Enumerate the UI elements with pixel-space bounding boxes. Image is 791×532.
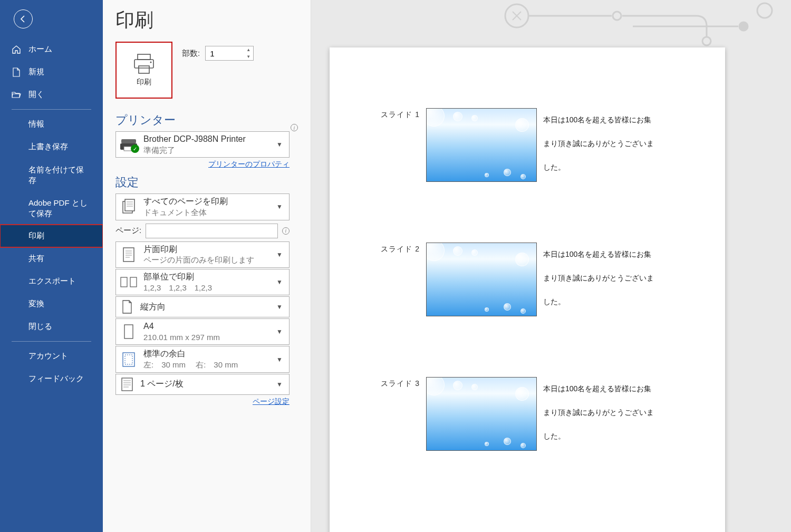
slide-thumbnail [426, 108, 537, 182]
nav-label: エクスポート [28, 276, 76, 286]
collate-icon [119, 273, 138, 292]
sides-dropdown[interactable]: 片面印刷 ページの片面のみを印刷します ▼ [115, 241, 290, 268]
chevron-down-icon: ▼ [276, 303, 286, 311]
nav-info[interactable]: 情報 [0, 113, 103, 136]
option-subtitle: 1,2,3 1,2,3 1,2,3 [143, 283, 271, 293]
nav-export[interactable]: エクスポート [0, 270, 103, 293]
svg-rect-4 [121, 139, 136, 143]
printer-properties-link[interactable]: プリンターのプロパティ [208, 160, 290, 168]
nav-close[interactable]: 閉じる [0, 315, 103, 338]
option-subtitle: ドキュメント全体 [143, 207, 271, 218]
margins-icon [119, 350, 138, 369]
info-icon[interactable]: i [282, 227, 290, 235]
nav-convert[interactable]: 変換 [0, 293, 103, 315]
svg-point-19 [739, 22, 748, 31]
slide-text: 本日は100名を超える皆様にお集まり頂き誠にありがとうございました。 [537, 377, 658, 448]
one-sided-icon [119, 245, 138, 264]
option-title: 1 ページ/枚 [140, 379, 271, 390]
backstage-sidebar: ホーム 新規 開く 情報 上書き保存 名前を付けて保存 Adobe PDF とし… [0, 0, 103, 532]
copies-down[interactable]: ▼ [244, 53, 253, 60]
slide-thumbnail [426, 377, 537, 451]
back-arrow-icon [18, 14, 28, 24]
nav-divider [12, 341, 91, 342]
print-settings-pane: 印刷 印刷 部数: ▲ ▼ プリンター i ✓ [103, 0, 311, 532]
preview-paper: スライド 1 本日は100名を超える皆様にお集まり頂き誠にありがとうございました… [330, 47, 725, 532]
slide-row: スライド 1 本日は100名を超える皆様にお集まり頂き誠にありがとうございました… [380, 108, 725, 182]
nav-new[interactable]: 新規 [0, 61, 103, 83]
nav-label: 変換 [28, 299, 44, 309]
chevron-down-icon: ▼ [276, 251, 286, 258]
slide-row: スライド 2 本日は100名を超える皆様にお集まり頂き誠にありがとうございました… [380, 243, 725, 316]
pages-icon [119, 197, 138, 216]
slide-text: 本日は100名を超える皆様にお集まり頂き誠にありがとうございました。 [537, 243, 658, 313]
nav-label: 上書き保存 [28, 142, 68, 152]
svg-rect-2 [139, 66, 149, 73]
nav-account[interactable]: アカウント [0, 345, 103, 367]
nav-saveas[interactable]: 名前を付けて保存 [0, 158, 103, 191]
chevron-down-icon: ▼ [276, 203, 286, 210]
svg-point-3 [150, 62, 152, 63]
chevron-down-icon: ▼ [276, 141, 286, 148]
nav-print[interactable]: 印刷 [0, 225, 103, 247]
nav-home[interactable]: ホーム [0, 38, 103, 61]
svg-point-17 [613, 12, 621, 20]
slide-row: スライド 3 本日は100名を超える皆様にお集まり頂き誠にありがとうございました… [380, 377, 725, 451]
nav-label: フィードバック [28, 374, 84, 384]
slide-label: スライド 1 [380, 108, 426, 120]
copies-field[interactable] [206, 46, 242, 60]
option-title: 片面印刷 [143, 244, 271, 255]
nav-save[interactable]: 上書き保存 [0, 136, 103, 158]
slide-label: スライド 3 [380, 377, 426, 389]
margins-dropdown[interactable]: 標準の余白 左: 30 mm 右: 30 mm ▼ [115, 346, 290, 372]
slide-thumbnail [426, 243, 537, 316]
page-setup-link[interactable]: ページ設定 [253, 397, 290, 405]
printer-name: Brother DCP-J988N Printer [143, 134, 271, 145]
nav-label: 共有 [28, 254, 44, 264]
paper-size-dropdown[interactable]: A4 210.01 mm x 297 mm ▼ [115, 318, 290, 345]
option-title: 標準の余白 [143, 349, 271, 360]
svg-rect-12 [124, 325, 133, 338]
printer-status: 準備完了 [143, 145, 271, 156]
printer-dropdown[interactable]: ✓ Brother DCP-J988N Printer 準備完了 ▼ [115, 131, 290, 158]
option-title: A4 [143, 321, 271, 332]
printer-device-icon: ✓ [119, 137, 138, 152]
nav-label: Adobe PDF として保存 [28, 198, 91, 218]
svg-rect-8 [125, 199, 134, 211]
pages-per-sheet-dropdown[interactable]: 1 ページ/枚 ▼ [115, 374, 290, 395]
option-subtitle: 210.01 mm x 297 mm [143, 332, 271, 343]
page-icon [12, 67, 21, 77]
svg-rect-0 [138, 54, 150, 60]
back-button[interactable] [14, 9, 33, 28]
copies-up[interactable]: ▲ [244, 46, 253, 53]
info-icon[interactable]: i [291, 124, 298, 131]
folder-open-icon [12, 90, 21, 100]
copies-input[interactable]: ▲ ▼ [205, 46, 254, 61]
option-subtitle: 左: 30 mm 右: 30 mm [143, 360, 271, 370]
svg-rect-14 [125, 355, 132, 364]
nav-label: アカウント [28, 351, 68, 361]
svg-rect-10 [121, 277, 127, 287]
nav-open[interactable]: 開く [0, 83, 103, 106]
nav-share[interactable]: 共有 [0, 247, 103, 270]
print-button[interactable]: 印刷 [115, 42, 172, 99]
printer-icon [132, 53, 156, 74]
nav-adobe-pdf[interactable]: Adobe PDF として保存 [0, 191, 103, 225]
nav-feedback[interactable]: フィードバック [0, 367, 103, 390]
svg-rect-11 [130, 277, 137, 287]
page-title: 印刷 [115, 7, 298, 33]
slide-label: スライド 2 [380, 243, 426, 254]
svg-point-18 [702, 37, 711, 45]
collate-dropdown[interactable]: 部単位で印刷 1,2,3 1,2,3 1,2,3 ▼ [115, 269, 290, 295]
nav-label: 情報 [28, 119, 44, 129]
pages-input[interactable] [146, 224, 278, 238]
svg-rect-15 [122, 378, 132, 391]
option-title: すべてのページを印刷 [143, 196, 271, 207]
printer-section-title: プリンター [115, 112, 176, 128]
chevron-down-icon: ▼ [276, 278, 286, 286]
copies-label: 部数: [182, 49, 200, 59]
chevron-down-icon: ▼ [276, 328, 286, 335]
print-range-dropdown[interactable]: すべてのページを印刷 ドキュメント全体 ▼ [115, 194, 290, 220]
portrait-icon [119, 299, 135, 315]
print-button-label: 印刷 [137, 78, 151, 87]
orientation-dropdown[interactable]: 縦方向 ▼ [115, 296, 290, 317]
